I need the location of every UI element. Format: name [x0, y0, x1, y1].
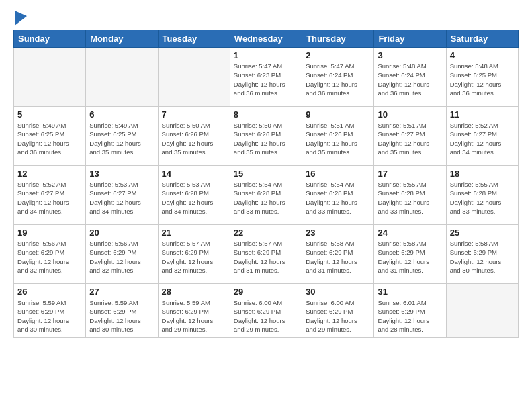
day-number: 3 [378, 50, 442, 60]
day-info: Sunrise: 5:52 AM Sunset: 6:27 PM Dayligh… [450, 121, 515, 156]
calendar-cell: 9Sunrise: 5:51 AM Sunset: 6:26 PM Daylig… [302, 107, 374, 166]
page: SundayMondayTuesdayWednesdayThursdayFrid… [0, 0, 532, 411]
calendar-cell: 29Sunrise: 6:00 AM Sunset: 6:29 PM Dayli… [230, 284, 302, 338]
day-number: 17 [378, 169, 442, 179]
day-info: Sunrise: 6:00 AM Sunset: 6:29 PM Dayligh… [306, 298, 370, 334]
day-number: 15 [234, 169, 298, 179]
logo-icon [15, 11, 27, 26]
day-info: Sunrise: 5:47 AM Sunset: 6:23 PM Dayligh… [234, 62, 298, 97]
calendar-header-sunday: Sunday [14, 30, 86, 48]
calendar-header-friday: Friday [374, 30, 446, 48]
calendar-header-thursday: Thursday [302, 30, 374, 48]
day-number: 9 [306, 109, 370, 120]
day-info: Sunrise: 5:57 AM Sunset: 6:29 PM Dayligh… [234, 239, 298, 275]
calendar-cell: 28Sunrise: 5:59 AM Sunset: 6:29 PM Dayli… [158, 284, 230, 338]
day-info: Sunrise: 5:51 AM Sunset: 6:27 PM Dayligh… [378, 121, 442, 156]
calendar-cell [446, 284, 518, 338]
day-number: 21 [162, 228, 226, 238]
calendar-cell: 15Sunrise: 5:54 AM Sunset: 6:28 PM Dayli… [230, 166, 302, 225]
calendar-table: SundayMondayTuesdayWednesdayThursdayFrid… [13, 30, 519, 338]
day-info: Sunrise: 5:58 AM Sunset: 6:29 PM Dayligh… [450, 239, 515, 275]
day-number: 28 [162, 287, 226, 297]
day-info: Sunrise: 5:51 AM Sunset: 6:26 PM Dayligh… [306, 121, 370, 156]
day-number: 30 [306, 287, 370, 297]
day-number: 11 [450, 109, 515, 120]
logo [13, 11, 27, 23]
day-number: 12 [17, 169, 82, 179]
calendar-cell: 20Sunrise: 5:56 AM Sunset: 6:29 PM Dayli… [86, 225, 158, 284]
day-info: Sunrise: 5:50 AM Sunset: 6:26 PM Dayligh… [234, 121, 298, 156]
calendar-cell: 31Sunrise: 6:01 AM Sunset: 6:29 PM Dayli… [374, 284, 446, 338]
day-info: Sunrise: 5:58 AM Sunset: 6:29 PM Dayligh… [378, 239, 442, 275]
day-info: Sunrise: 5:49 AM Sunset: 6:25 PM Dayligh… [89, 121, 154, 156]
calendar-cell: 10Sunrise: 5:51 AM Sunset: 6:27 PM Dayli… [374, 107, 446, 166]
day-info: Sunrise: 5:54 AM Sunset: 6:28 PM Dayligh… [234, 180, 298, 216]
calendar-cell: 25Sunrise: 5:58 AM Sunset: 6:29 PM Dayli… [446, 225, 518, 284]
day-number: 4 [450, 50, 515, 60]
calendar-cell: 16Sunrise: 5:54 AM Sunset: 6:28 PM Dayli… [302, 166, 374, 225]
calendar-cell: 19Sunrise: 5:56 AM Sunset: 6:29 PM Dayli… [14, 225, 86, 284]
calendar-cell: 4Sunrise: 5:48 AM Sunset: 6:25 PM Daylig… [446, 48, 518, 107]
day-number: 1 [234, 50, 298, 60]
day-info: Sunrise: 5:48 AM Sunset: 6:25 PM Dayligh… [450, 62, 515, 97]
day-number: 13 [89, 169, 154, 179]
calendar-cell [158, 48, 230, 107]
calendar-cell: 8Sunrise: 5:50 AM Sunset: 6:26 PM Daylig… [230, 107, 302, 166]
calendar-cell: 27Sunrise: 5:59 AM Sunset: 6:29 PM Dayli… [86, 284, 158, 338]
day-number: 16 [306, 169, 370, 179]
day-number: 8 [234, 109, 298, 120]
day-number: 6 [89, 109, 154, 120]
day-info: Sunrise: 6:00 AM Sunset: 6:29 PM Dayligh… [234, 298, 298, 334]
day-number: 5 [17, 109, 82, 120]
day-info: Sunrise: 5:56 AM Sunset: 6:29 PM Dayligh… [17, 239, 82, 275]
day-info: Sunrise: 5:53 AM Sunset: 6:28 PM Dayligh… [162, 180, 226, 216]
calendar-cell: 17Sunrise: 5:55 AM Sunset: 6:28 PM Dayli… [374, 166, 446, 225]
calendar-cell: 6Sunrise: 5:49 AM Sunset: 6:25 PM Daylig… [86, 107, 158, 166]
day-number: 20 [89, 228, 154, 238]
day-info: Sunrise: 5:59 AM Sunset: 6:29 PM Dayligh… [17, 298, 82, 334]
day-info: Sunrise: 5:47 AM Sunset: 6:24 PM Dayligh… [306, 62, 370, 97]
day-number: 10 [378, 109, 442, 120]
calendar-cell: 21Sunrise: 5:57 AM Sunset: 6:29 PM Dayli… [158, 225, 230, 284]
day-number: 7 [162, 109, 226, 120]
calendar-cell: 14Sunrise: 5:53 AM Sunset: 6:28 PM Dayli… [158, 166, 230, 225]
day-info: Sunrise: 5:57 AM Sunset: 6:29 PM Dayligh… [162, 239, 226, 275]
calendar-header-saturday: Saturday [446, 30, 518, 48]
calendar-header-row: SundayMondayTuesdayWednesdayThursdayFrid… [14, 30, 519, 48]
calendar-cell: 23Sunrise: 5:58 AM Sunset: 6:29 PM Dayli… [302, 225, 374, 284]
calendar-cell: 22Sunrise: 5:57 AM Sunset: 6:29 PM Dayli… [230, 225, 302, 284]
day-info: Sunrise: 5:55 AM Sunset: 6:28 PM Dayligh… [450, 180, 515, 216]
day-number: 2 [306, 50, 370, 60]
calendar-cell: 30Sunrise: 6:00 AM Sunset: 6:29 PM Dayli… [302, 284, 374, 338]
calendar-cell: 1Sunrise: 5:47 AM Sunset: 6:23 PM Daylig… [230, 48, 302, 107]
day-number: 19 [17, 228, 82, 238]
calendar-cell: 18Sunrise: 5:55 AM Sunset: 6:28 PM Dayli… [446, 166, 518, 225]
calendar-cell: 24Sunrise: 5:58 AM Sunset: 6:29 PM Dayli… [374, 225, 446, 284]
day-number: 24 [378, 228, 442, 238]
day-number: 18 [450, 169, 515, 179]
day-info: Sunrise: 6:01 AM Sunset: 6:29 PM Dayligh… [378, 298, 442, 334]
calendar-cell [14, 48, 86, 107]
day-number: 23 [306, 228, 370, 238]
day-info: Sunrise: 5:50 AM Sunset: 6:26 PM Dayligh… [162, 121, 226, 156]
day-info: Sunrise: 5:56 AM Sunset: 6:29 PM Dayligh… [89, 239, 154, 275]
calendar-cell [86, 48, 158, 107]
header [13, 11, 519, 23]
day-number: 29 [234, 287, 298, 297]
calendar-cell: 5Sunrise: 5:49 AM Sunset: 6:25 PM Daylig… [14, 107, 86, 166]
day-info: Sunrise: 5:54 AM Sunset: 6:28 PM Dayligh… [306, 180, 370, 216]
day-info: Sunrise: 5:55 AM Sunset: 6:28 PM Dayligh… [378, 180, 442, 216]
calendar-cell: 7Sunrise: 5:50 AM Sunset: 6:26 PM Daylig… [158, 107, 230, 166]
day-number: 25 [450, 228, 515, 238]
day-number: 26 [17, 287, 82, 297]
day-info: Sunrise: 5:58 AM Sunset: 6:29 PM Dayligh… [306, 239, 370, 275]
calendar-cell: 13Sunrise: 5:53 AM Sunset: 6:27 PM Dayli… [86, 166, 158, 225]
day-info: Sunrise: 5:49 AM Sunset: 6:25 PM Dayligh… [17, 121, 82, 156]
day-number: 27 [89, 287, 154, 297]
calendar-cell: 3Sunrise: 5:48 AM Sunset: 6:24 PM Daylig… [374, 48, 446, 107]
day-number: 14 [162, 169, 226, 179]
day-info: Sunrise: 5:59 AM Sunset: 6:29 PM Dayligh… [162, 298, 226, 334]
calendar-header-monday: Monday [86, 30, 158, 48]
day-info: Sunrise: 5:53 AM Sunset: 6:27 PM Dayligh… [89, 180, 154, 216]
calendar-cell: 12Sunrise: 5:52 AM Sunset: 6:27 PM Dayli… [14, 166, 86, 225]
